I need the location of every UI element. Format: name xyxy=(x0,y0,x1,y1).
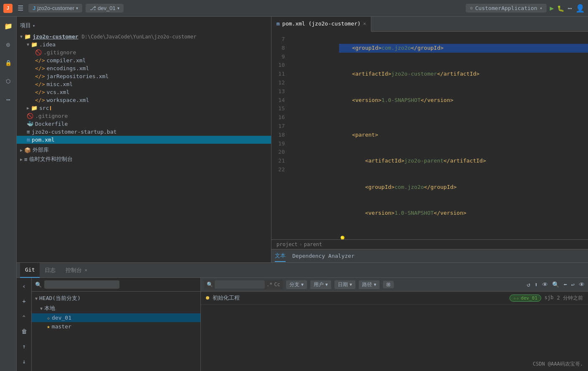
misc-xml-label: misc.xml xyxy=(46,81,73,87)
tree-jar-repos-xml[interactable]: </> jarRepositories.xml xyxy=(17,72,271,80)
git-eye-icon[interactable]: 👁 xyxy=(542,281,548,288)
breadcrumb-parent[interactable]: parent xyxy=(304,241,322,247)
git-date-filter-button[interactable]: 日期 ▾ xyxy=(335,280,355,289)
tree-compiler-xml[interactable]: </> compiler.xml xyxy=(17,56,271,64)
git-back-icon[interactable]: ⬅ xyxy=(563,281,567,288)
code-line-12: <artifactId>jzo2o-parent</artifactId> xyxy=(293,148,583,174)
git-branch-master-label: master xyxy=(52,323,71,330)
git-commit-search-input[interactable] xyxy=(215,280,265,289)
bp-tab-git[interactable]: Git xyxy=(20,263,40,278)
commit-badge-icon: ⬦⬦ xyxy=(513,295,519,301)
bp-collapse-icon[interactable]: ‹ xyxy=(19,281,29,291)
tree-pom-xml[interactable]: m pom.xml xyxy=(17,136,271,144)
git-star-icon-master: ★ xyxy=(47,323,50,330)
code-line-10 xyxy=(293,113,583,122)
git-refresh-icon[interactable]: ↺ xyxy=(527,281,530,288)
git-right-panel: 🔍 .* Cc 分支 ▾ 用户 ▾ xyxy=(201,278,588,371)
branch-selector-button[interactable]: ⎇ dev_01 ▾ xyxy=(86,4,124,13)
git-path-filter-button[interactable]: 路径 ▾ xyxy=(359,280,380,289)
file-tree-dropdown-icon[interactable]: ▾ xyxy=(33,23,35,28)
git-toolbar: 🔍 .* Cc 分支 ▾ 用户 ▾ xyxy=(201,278,588,292)
git-local-item[interactable]: ▼ 本地 xyxy=(32,303,200,313)
tab-dependency-analyzer[interactable]: Dependency Analyzer xyxy=(292,251,355,261)
pom-tab-close-button[interactable]: ✕ xyxy=(363,21,366,26)
breadcrumb-project[interactable]: project xyxy=(276,241,298,247)
sidebar-item-plugins[interactable]: ⬡ xyxy=(3,75,14,87)
run-button[interactable]: ▶ xyxy=(550,4,554,12)
tree-dockerfile[interactable]: 🐳 Dockerfile xyxy=(17,120,271,128)
tree-misc-xml[interactable]: </> misc.xml xyxy=(17,80,271,88)
tree-encodings-xml[interactable]: </> encodings.xml xyxy=(17,64,271,72)
git-view-icon[interactable]: 👁 xyxy=(579,281,585,288)
branch-dropdown-icon: ▾ xyxy=(117,6,119,10)
bottom-panel-tabs: Git 日志 控制台 ✕ xyxy=(17,263,588,278)
icon-bar: 📁 ◎ 🔒 ⬡ ⋯ xyxy=(0,17,17,371)
code-line-8: <artifactId>jzo2o-customer</artifactId> xyxy=(293,61,583,87)
bp-tab-console[interactable]: 控制台 ✕ xyxy=(61,263,92,278)
tree-workspace-xml[interactable]: </> workspace.xml xyxy=(17,96,271,104)
git-regex-btn[interactable]: .* xyxy=(266,282,272,287)
temp-files-label: 临时文件和控制台 xyxy=(29,155,73,163)
sidebar-item-vcs[interactable]: ◎ xyxy=(3,38,14,50)
git-search-input[interactable] xyxy=(44,280,119,289)
git-branch-filter-button[interactable]: 分支 ▾ xyxy=(286,280,307,289)
commit-time-0: 2 分钟之前 xyxy=(557,295,583,302)
date-filter-chevron: ▾ xyxy=(350,282,352,287)
pom-tab-label: pom.xml (jzo2o-customer) xyxy=(282,20,361,27)
tree-root-project[interactable]: ▼ 📁 jzo2o-customer D:\Code\JavaCode\YunL… xyxy=(17,33,271,41)
tree-src-folder[interactable]: ▶ 📁 src xyxy=(17,104,271,112)
bp-expand-icon[interactable]: ‹ xyxy=(19,311,29,321)
profile-button[interactable]: 👤 xyxy=(575,4,585,13)
git-undo-icon[interactable]: ↩ xyxy=(571,281,575,288)
debug-button[interactable]: 🐛 xyxy=(557,5,564,12)
git-case-btn[interactable]: Cc xyxy=(274,282,280,287)
editor-area: m pom.xml (jzo2o-customer) ✕ 7 8 9 10 11… xyxy=(271,17,588,262)
tree-temp-files[interactable]: ▶ ≡ 临时文件和控制台 xyxy=(17,155,271,164)
git-find-icon[interactable]: 🔍 xyxy=(552,281,559,288)
tree-vcs-xml[interactable]: </> vcs.xml xyxy=(17,88,271,96)
tree-gitignore-idea[interactable]: 🚫 .gitignore xyxy=(17,48,271,56)
bp-add-icon[interactable]: + xyxy=(19,296,29,306)
bp-delete-icon[interactable]: 🗑 xyxy=(19,326,29,336)
xml-icon-compiler: </> xyxy=(35,57,45,64)
bp-arrow-up-icon[interactable]: ↑ xyxy=(19,341,29,351)
code-content[interactable]: <groupId>com.jzo2o</groupId> <artifactId… xyxy=(288,32,588,239)
git-branch-master[interactable]: ★ master xyxy=(32,322,200,331)
editor-tab-pom-xml[interactable]: m pom.xml (jzo2o-customer) ✕ xyxy=(271,17,371,32)
path-filter-chevron: ▾ xyxy=(374,282,376,287)
git-commit-row-0[interactable]: 初始化工程 ⬦⬦ dev_01 sjb 2 分钟之前 xyxy=(201,292,588,305)
hamburger-menu-button[interactable]: ☰ xyxy=(16,3,25,14)
bottom-panel-content: ‹ + ‹ 🗑 ↑ ↓ 🔍 ▼ xyxy=(17,278,588,371)
git-new-tab-button[interactable]: ⊞ xyxy=(383,281,394,288)
tree-external-libs[interactable]: ▶ 📦 外部库 xyxy=(17,145,271,155)
sidebar-item-bookmarks[interactable]: 🔒 xyxy=(3,57,14,69)
bp-tab-console-close[interactable]: ✕ xyxy=(84,267,87,273)
tree-idea-folder[interactable]: ▼ 📁 .idea xyxy=(17,41,271,48)
sidebar-item-folder[interactable]: 📁 xyxy=(3,20,14,32)
tab-text[interactable]: 文本 xyxy=(275,250,286,262)
sidebar-item-more[interactable]: ⋯ xyxy=(3,94,14,105)
pom-icon-pomxml: m xyxy=(27,137,30,143)
project-selector-button[interactable]: J jzo2o-customer ▾ xyxy=(28,4,82,13)
git-head-item[interactable]: ▼ HEAD(当前分支) xyxy=(32,293,200,303)
workspace-xml-label: workspace.xml xyxy=(46,97,89,103)
bp-arrow-down-icon[interactable]: ↓ xyxy=(19,356,29,366)
git-user-filter-button[interactable]: 用户 ▾ xyxy=(310,280,331,289)
bottom-panel: Git 日志 控制台 ✕ ‹ + ‹ 🗑 ↑ xyxy=(17,262,588,371)
more-actions-button[interactable]: ⋯ xyxy=(568,4,572,13)
code-editor[interactable]: 7 8 9 10 11 12 13 14 15 16 17 18 19 20 xyxy=(271,32,588,239)
line-numbers: 7 8 9 10 11 12 13 14 15 16 17 18 19 20 xyxy=(271,32,288,239)
tree-arrow-temp: ▶ xyxy=(20,157,23,162)
tree-startup-bat[interactable]: ≡ jzo2o-customer-startup.bat xyxy=(17,128,271,136)
bp-tab-log[interactable]: 日志 xyxy=(40,263,61,278)
bat-icon-startup: ≡ xyxy=(27,129,30,135)
vcs-xml-label: vcs.xml xyxy=(46,89,69,95)
external-libs-label: 外部库 xyxy=(33,146,49,154)
git-commit-list: 初始化工程 ⬦⬦ dev_01 sjb 2 分钟之前 xyxy=(201,292,588,371)
branch-filter-chevron: ▾ xyxy=(301,282,304,287)
tree-root-gitignore[interactable]: 🚫 .gitignore xyxy=(17,112,271,120)
code-line-9: <version>1.0-SNAPSHOT</version> xyxy=(293,87,583,113)
git-branch-dev01[interactable]: ⬦ dev_01 xyxy=(32,313,200,322)
git-push-icon[interactable]: ⬆ xyxy=(535,281,538,288)
run-config-dropdown-icon: ▾ xyxy=(540,6,542,10)
